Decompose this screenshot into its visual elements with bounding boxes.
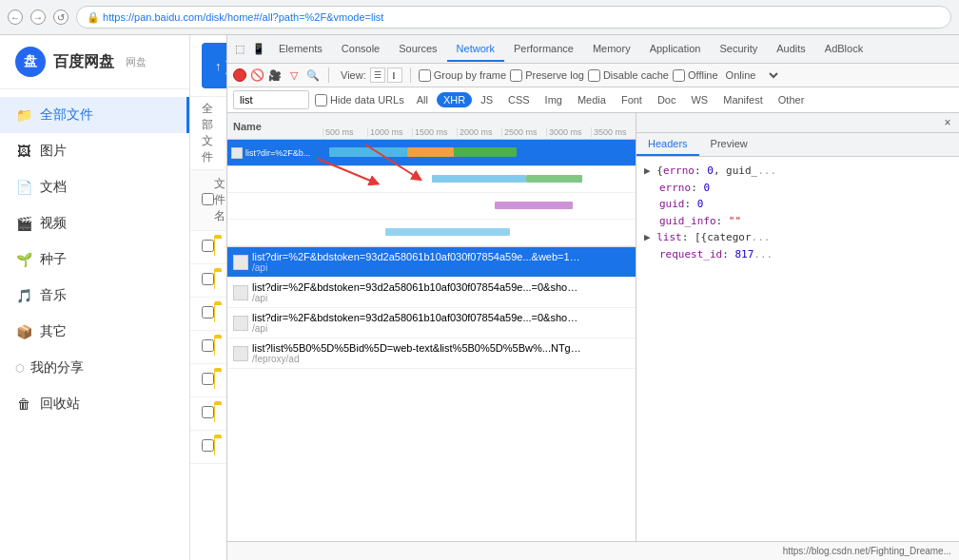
filter-media[interactable]: Media — [571, 92, 613, 107]
filter-xhr[interactable]: XHR — [437, 92, 472, 107]
file-row[interactable] — [190, 264, 226, 298]
filter-all[interactable]: All — [410, 92, 435, 107]
waterfall-view-icon[interactable]: ⫿ — [387, 68, 402, 83]
network-row-2[interactable]: list?dir=%2F&bdstoken=93d2a58061b10af030… — [227, 278, 636, 308]
network-row-2[interactable] — [227, 166, 636, 193]
filter-icon[interactable]: ▽ — [286, 68, 302, 83]
preserve-log-check[interactable]: Preserve log — [510, 69, 584, 82]
filter-font[interactable]: Font — [615, 92, 649, 107]
list-view-icon[interactable]: ☰ — [370, 68, 385, 83]
network-row-3[interactable]: list?dir=%2F&bdstoken=93d2a58061b10af030… — [227, 308, 636, 338]
tab-application[interactable]: Application — [640, 37, 711, 62]
sidebar-item-share[interactable]: ⬡ 我的分享 — [0, 350, 189, 386]
tab-network[interactable]: Network — [447, 37, 504, 62]
clear-button[interactable]: 🚫 — [250, 68, 264, 82]
detail-guid-info-key: guid_info — [659, 215, 716, 227]
online-select[interactable]: Online Fast 3G Slow 3G Offline — [722, 68, 781, 82]
filter-css[interactable]: CSS — [501, 92, 537, 107]
hide-data-urls-check[interactable]: Hide data URLs — [315, 94, 404, 106]
sidebar-item-seeds[interactable]: 🌱 种子 — [0, 241, 189, 278]
file-row[interactable] — [190, 397, 226, 431]
detail-line-1: ▶ {errno: 0, guid_... — [644, 163, 951, 180]
row-waterfall-4 — [323, 220, 636, 245]
offline-checkbox[interactable] — [673, 69, 685, 82]
address-bar[interactable]: 🔒 https://pan.baidu.com/disk/home#/all?p… — [76, 6, 951, 29]
row-checkbox[interactable] — [202, 240, 214, 252]
tick-1500: 1500 ms — [412, 127, 457, 137]
name-header: Name — [227, 121, 323, 132]
inspect-element-icon[interactable]: ⬚ — [231, 43, 248, 55]
sidebar-label-all-files: 全部文件 — [40, 106, 93, 124]
tab-adblock[interactable]: AdBlock — [815, 37, 872, 62]
file-row[interactable] — [190, 431, 226, 464]
hide-data-urls-checkbox[interactable] — [315, 94, 327, 106]
tab-elements[interactable]: Elements — [269, 37, 332, 62]
offline-check[interactable]: Offline — [673, 69, 718, 82]
filter-img[interactable]: Img — [538, 92, 569, 107]
tab-audits[interactable]: Audits — [767, 37, 815, 62]
network-row-3[interactable] — [227, 193, 636, 220]
sidebar-item-music[interactable]: 🎵 音乐 — [0, 278, 189, 314]
disable-cache-checkbox[interactable] — [588, 69, 600, 82]
tab-performance[interactable]: Performance — [504, 37, 583, 62]
sidebar-item-videos[interactable]: 🎬 视频 — [0, 205, 189, 241]
network-row-4[interactable] — [227, 220, 636, 246]
file-row[interactable] — [190, 364, 226, 397]
row-checkbox[interactable] — [202, 373, 214, 385]
refresh-button[interactable]: ↺ — [53, 10, 68, 25]
expand-arrow-1[interactable]: ▶ — [644, 164, 651, 177]
sidebar-item-photos[interactable]: 🖼 图片 — [0, 133, 189, 169]
disable-cache-check[interactable]: Disable cache — [588, 69, 669, 82]
filter-doc[interactable]: Doc — [651, 92, 683, 107]
filter-ws[interactable]: WS — [684, 92, 714, 107]
sidebar-item-trash[interactable]: 🗑 回收站 — [0, 386, 189, 422]
row-sub-2: /api — [252, 293, 630, 303]
file-row[interactable] — [190, 231, 226, 264]
record-button[interactable] — [233, 68, 246, 82]
expand-arrow-2[interactable]: ▶ — [644, 231, 651, 243]
filter-other[interactable]: Other — [772, 92, 812, 107]
baidu-logo: 盘 百度网盘 网盘 — [0, 35, 189, 89]
row-waterfall — [323, 140, 636, 165]
row-checkbox[interactable] — [202, 439, 214, 452]
row-checkbox[interactable] — [202, 406, 214, 418]
filter-input[interactable] — [233, 90, 309, 109]
tab-console[interactable]: Console — [332, 37, 389, 62]
row-file-icon-1 — [233, 255, 248, 270]
select-all-checkbox[interactable] — [202, 193, 214, 205]
back-button[interactable]: ← — [8, 10, 23, 25]
tab-security[interactable]: Security — [710, 37, 767, 62]
search-icon[interactable]: 🔍 — [305, 68, 321, 83]
filter-manifest[interactable]: Manifest — [716, 92, 770, 107]
sidebar-item-all-files[interactable]: 📁 全部文件 — [0, 97, 189, 133]
forward-button[interactable]: → — [30, 10, 46, 25]
file-row[interactable] — [190, 331, 226, 364]
baidu-logo-text: 百度网盘 — [53, 52, 114, 72]
preserve-log-checkbox[interactable] — [510, 69, 522, 82]
group-by-frame-checkbox[interactable] — [419, 69, 431, 82]
row-checkbox[interactable] — [202, 273, 214, 285]
device-toggle-icon[interactable]: 📱 — [248, 43, 269, 55]
row-checkbox[interactable] — [202, 306, 214, 319]
file-row[interactable] — [190, 298, 226, 331]
network-row-4[interactable]: list?list%5B0%5D%5Bid%5D=web-text&list%5… — [227, 338, 636, 369]
tab-memory[interactable]: Memory — [583, 37, 640, 62]
filter-js[interactable]: JS — [474, 92, 499, 107]
detail-errno-key: errno — [659, 182, 691, 194]
waterfall-rows: list?dir=%2F&b... — [227, 140, 636, 246]
folder-icon — [214, 338, 215, 356]
detail-close-button[interactable]: × — [940, 115, 955, 130]
detail-tab-preview[interactable]: Preview — [699, 133, 759, 156]
upload-button[interactable]: ↑ 上传 — [202, 43, 226, 88]
sidebar-label-other: 其它 — [40, 323, 67, 340]
detail-tab-headers[interactable]: Headers — [636, 133, 699, 156]
detail-errno-val: 0 — [703, 182, 710, 194]
sidebar-item-other[interactable]: 📦 其它 — [0, 314, 189, 350]
tab-sources[interactable]: Sources — [389, 37, 446, 62]
group-by-frame-check[interactable]: Group by frame — [419, 69, 506, 82]
sidebar-item-docs[interactable]: 📄 文档 — [0, 169, 189, 205]
camera-icon[interactable]: 🎥 — [267, 68, 283, 83]
network-row-selected[interactable]: list?dir=%2F&b... — [227, 140, 636, 166]
row-checkbox[interactable] — [202, 339, 214, 352]
network-row-1[interactable]: list?dir=%2F&bdstoken=93d2a58061b10af030… — [227, 247, 636, 278]
